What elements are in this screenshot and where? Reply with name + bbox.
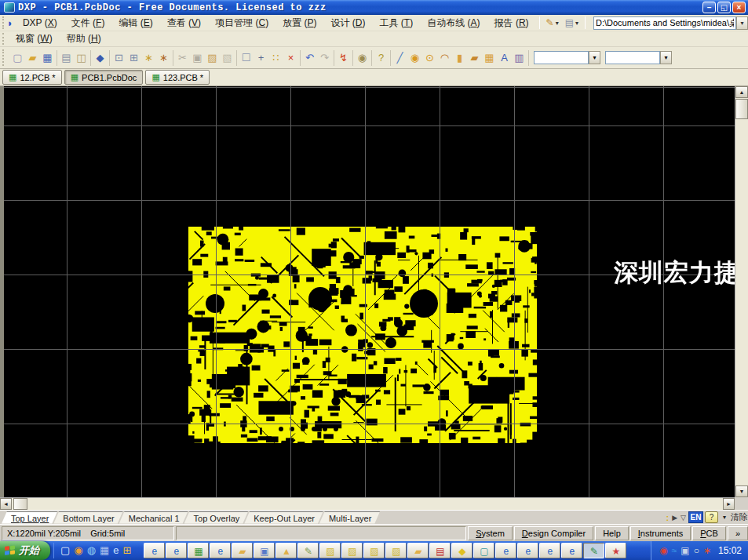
clear-filter-icon[interactable]: × [283, 50, 298, 66]
expand-arrow-icon[interactable]: ▶ [671, 514, 678, 522]
place-arc-icon[interactable]: ◠ [437, 50, 452, 66]
minimize-button[interactable]: – [702, 2, 716, 13]
layer-tab-mechanical-1[interactable]: Mechanical 1 [119, 511, 189, 524]
helmet-window-button[interactable]: ◆ [451, 543, 473, 558]
print-preview-icon[interactable]: ◫ [74, 50, 89, 66]
audio-wave-icon[interactable]: ≈ [672, 543, 677, 558]
tool-window-button[interactable]: ▨ [363, 543, 385, 558]
windows-icon[interactable]: ⊞ [123, 543, 132, 558]
move-selection-icon[interactable]: + [254, 50, 268, 66]
zoom-window-icon[interactable]: ⊡ [111, 50, 126, 66]
redo-icon[interactable]: ↷ [317, 50, 332, 66]
language-help-button[interactable]: ? [705, 511, 718, 523]
path-dropdown-button[interactable]: ▾ [736, 16, 748, 30]
ie-window-button[interactable]: e [166, 543, 187, 558]
utility-tool-button[interactable]: ▤ ▾ [564, 16, 580, 30]
calculator-icon[interactable]: ▦ [100, 543, 109, 558]
new-document-icon[interactable]: ▢ [10, 50, 25, 66]
copy-icon[interactable]: ▣ [190, 50, 205, 66]
layer-tab-bottom-layer[interactable]: Bottom Layer [53, 511, 123, 524]
print-icon[interactable]: ▤ [59, 50, 74, 66]
notebook-window-button[interactable]: ▢ [473, 543, 494, 558]
panel-button-system[interactable]: System [468, 526, 513, 540]
place-polygon-icon[interactable]: ▰ [467, 50, 482, 66]
ie-window-button[interactable]: e [539, 543, 560, 558]
dictionary-window-button[interactable]: ▤ [429, 543, 451, 558]
volume-muted-icon[interactable]: ◉ [659, 543, 667, 558]
restore-button[interactable]: ◱ [717, 2, 731, 13]
place-component-icon[interactable]: ▥ [512, 50, 527, 66]
menu-edit[interactable]: 编辑 (E) [111, 15, 159, 31]
ie-window-button[interactable]: e [210, 543, 231, 558]
browse-components-icon[interactable]: ◆ [93, 50, 108, 66]
interactive-routing-icon[interactable]: ↯ [336, 50, 351, 66]
folder-window-button[interactable]: ▰ [407, 543, 429, 558]
horizontal-scrollbar[interactable]: ◄ ► [0, 497, 735, 510]
doc-tab-123pcb[interactable]: ▦ 123.PCB * [145, 70, 210, 85]
doc-tab-12pcb[interactable]: ▦ 12.PCB * [2, 70, 62, 85]
folder-window-button[interactable]: ▰ [232, 543, 253, 558]
menu-reports[interactable]: 报告 (R) [487, 15, 536, 31]
menu-place[interactable]: 放置 (P) [275, 15, 323, 31]
help-icon[interactable]: ? [374, 50, 389, 66]
scroll-down-button[interactable]: ▼ [735, 485, 748, 497]
open-document-icon[interactable]: ▰ [25, 50, 40, 66]
place-fill-icon[interactable]: ▮ [452, 50, 467, 66]
pcb-copper-artwork[interactable] [188, 227, 537, 443]
vertical-scroll-thumb[interactable] [735, 99, 748, 119]
cut-icon[interactable]: ✂ [175, 50, 190, 66]
ie-window-button[interactable]: e [495, 543, 516, 558]
paste-icon[interactable]: ▨ [205, 50, 220, 66]
find-similar-icon[interactable]: ◉ [355, 50, 370, 66]
start-button[interactable]: 开始 [0, 541, 50, 560]
menu-help[interactable]: 帮助 (H) [60, 31, 108, 47]
menu-window[interactable]: 视窗 (W) [9, 31, 60, 47]
place-array-icon[interactable]: ▦ [482, 50, 497, 66]
panel-button-instruments[interactable]: Instruments [630, 526, 691, 540]
vertical-scrollbar[interactable]: ▲ ▼ [735, 86, 748, 497]
image-viewer-window-button[interactable]: ▣ [254, 543, 275, 558]
ie-icon[interactable]: e [113, 543, 119, 558]
tool-window-button[interactable]: ▨ [341, 543, 363, 558]
layer-tab-keep-out[interactable]: Keep-Out Layer [244, 511, 324, 524]
menu-design[interactable]: 设计 (D) [323, 15, 372, 31]
toolbar-grip[interactable] [2, 16, 5, 29]
show-desktop-icon[interactable]: ▢ [60, 543, 70, 558]
ime-bulb-icon[interactable]: ○ [694, 543, 699, 558]
component-combobox-value[interactable] [605, 51, 660, 64]
calculator-window-button[interactable]: ▦ [188, 543, 209, 558]
folder-up-window-button[interactable]: ▲ [275, 543, 297, 558]
component-combobox-dropdown[interactable]: ▾ [660, 51, 672, 64]
layer-tab-top-overlay[interactable]: Top Overlay [184, 511, 250, 524]
scroll-right-button[interactable]: ► [723, 498, 735, 510]
network-icon[interactable]: ▣ [680, 543, 689, 558]
clear-label[interactable]: 清除 [731, 511, 748, 523]
layer-tab-multi-layer[interactable]: Multi-Layer [319, 511, 381, 524]
path-input[interactable] [593, 16, 736, 30]
alert-bulb-icon[interactable]: ∗ [703, 543, 711, 558]
media-player-icon[interactable]: ◉ [74, 543, 82, 558]
scroll-up-button[interactable]: ▲ [735, 86, 748, 98]
title-bar[interactable]: DXP - PCB1.PcbDoc - Free Documents. Lice… [0, 0, 748, 15]
ie-window-button[interactable]: e [517, 543, 538, 558]
doc-tab-pcb1[interactable]: ▦ PCB1.PcbDoc [64, 70, 144, 85]
language-options-button[interactable]: ▾ [720, 511, 729, 523]
save-document-icon[interactable]: ▦ [40, 50, 55, 66]
panel-button-help[interactable]: Help [595, 526, 629, 540]
zoom-selected-icon[interactable]: ∗ [156, 50, 171, 66]
net-combobox-value[interactable] [534, 51, 589, 64]
panel-button-pcb[interactable]: PCB [692, 526, 726, 540]
tool-window-button[interactable]: ▨ [385, 543, 407, 558]
place-pad-icon[interactable]: ◉ [407, 50, 422, 66]
toolbar-grip[interactable] [2, 49, 6, 67]
place-string-icon[interactable]: A [497, 50, 512, 66]
messenger-icon[interactable]: ◍ [87, 543, 96, 558]
paint-window-button[interactable]: ✎ [297, 543, 319, 558]
menu-project[interactable]: 项目管理 (C) [208, 15, 275, 31]
menu-file[interactable]: 文件 (F) [64, 15, 112, 31]
ie-main-window-button[interactable]: e [561, 543, 582, 558]
arrange-components-icon[interactable]: ∷ [268, 50, 283, 66]
zoom-points-icon[interactable]: ∗ [141, 50, 156, 66]
place-line-icon[interactable]: ╱ [392, 50, 407, 66]
select-area-icon[interactable]: ☐ [239, 50, 254, 66]
